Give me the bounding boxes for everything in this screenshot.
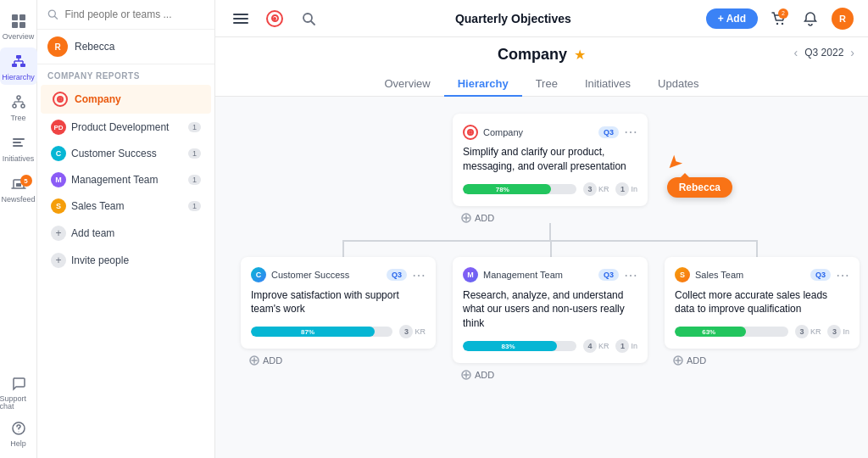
quarter-nav: ‹ Q3 2022 ›: [794, 46, 854, 59]
cs-progress-label: 87%: [301, 328, 314, 336]
cs-card-menu[interactable]: ⋯: [412, 267, 426, 283]
mgmt-avatar: M: [463, 267, 478, 282]
cs-kr-circle: 3: [399, 325, 413, 338]
company-progress-label: 78%: [496, 185, 509, 193]
rebecca-tooltip-wrapper: Rebecca ➤: [667, 177, 732, 198]
search-bar: [37, 0, 214, 30]
nav-label-company: Company: [75, 93, 121, 105]
tooltip-arrow: [681, 173, 689, 177]
svg-rect-2: [12, 22, 18, 28]
mgmt-progress-row: 83% 4 KR 1 In: [463, 339, 637, 353]
sidebar-item-support[interactable]: Support chat: [0, 373, 37, 411]
company-in-circle: 1: [615, 182, 629, 196]
sidebar-item-overview[interactable]: Overview: [0, 7, 37, 44]
topbar: Quarterly Objectives + Add 2 R: [215, 0, 868, 37]
cs-add-label: ADD: [263, 355, 282, 366]
cs-add-row[interactable]: ADD: [249, 355, 436, 366]
tab-hierarchy[interactable]: Hierarchy: [444, 72, 522, 97]
sidebar-item-newsfeed[interactable]: 5 Newsfeed: [0, 170, 37, 207]
invite-people-link[interactable]: + Invite people: [41, 248, 211, 273]
sidebar-item-hierarchy[interactable]: Hierarchy: [0, 47, 37, 85]
list-icon[interactable]: [229, 7, 253, 31]
svg-rect-21: [16, 183, 21, 187]
mgmt-card: M Management Team Q3 ⋯ Research, analyze…: [453, 257, 648, 363]
plus-people-icon: +: [51, 253, 66, 268]
mgmt-add-icon: [461, 370, 471, 380]
team-icon-pd: PD: [51, 120, 66, 135]
mgmt-card-text: Research, analyze, and understand what o…: [463, 288, 637, 331]
quarter-label: Q3 2022: [804, 47, 843, 59]
cart-badge: 2: [778, 8, 788, 19]
sidebar-label-support: Support chat: [0, 395, 37, 411]
nav-item-cs[interactable]: C Customer Success 1: [41, 141, 211, 166]
connector-h-wrap: [249, 240, 851, 257]
search-input[interactable]: [64, 8, 204, 20]
count-sales: 1: [188, 201, 201, 211]
mgmt-card-header: M Management Team Q3 ⋯: [463, 267, 637, 283]
add-button[interactable]: + Add: [706, 8, 758, 29]
company-kr-circle: 3: [583, 182, 597, 196]
company-add-label: ADD: [475, 213, 494, 223]
mgmt-q3-badge: Q3: [598, 269, 619, 281]
nav-item-sales[interactable]: S Sales Team 1: [41, 193, 211, 219]
company-kr-count: 3 KR: [583, 182, 609, 196]
user-row: R Rebecca: [37, 30, 214, 64]
chat-icon: [8, 373, 29, 394]
cs-kr-label: KR: [415, 327, 426, 336]
svg-point-12: [13, 104, 16, 108]
team-icon-cs: C: [51, 146, 66, 161]
mgmt-add-row[interactable]: ADD: [461, 370, 648, 380]
sales-progress-row: 63% 3 KR 3 In: [675, 325, 849, 338]
company-card-menu[interactable]: ⋯: [624, 124, 637, 140]
cs-q3-badge: Q3: [387, 269, 407, 281]
sidebar-label-hierarchy: Hierarchy: [2, 74, 35, 81]
sales-team-name: Sales Team: [695, 270, 743, 280]
svg-line-25: [54, 16, 57, 19]
sidebar-item-initiatives[interactable]: Initiatives: [0, 129, 37, 166]
sales-card-menu[interactable]: ⋯: [836, 267, 849, 283]
prev-quarter-arrow[interactable]: ‹: [794, 46, 798, 59]
svg-rect-5: [12, 64, 17, 67]
svg-rect-4: [16, 55, 21, 59]
mgmt-card-menu[interactable]: ⋯: [624, 267, 637, 283]
target-nav-icon[interactable]: [263, 7, 287, 31]
nav-item-company[interactable]: Company: [41, 85, 211, 114]
sales-in-label: In: [843, 327, 849, 336]
mgmt-team-name: Management Team: [483, 270, 563, 280]
count-mgmt: 1: [188, 175, 201, 185]
sidebar-label-help: Help: [10, 440, 26, 448]
sales-kr: 3 KR: [795, 325, 821, 338]
star-icon[interactable]: ★: [574, 47, 586, 63]
tree-bottom-level: C Customer Success Q3 ⋯ Improve satisfac…: [241, 257, 860, 380]
tab-updates[interactable]: Updates: [644, 72, 712, 97]
sidebar-item-tree[interactable]: Tree: [0, 88, 37, 126]
cs-avatar: C: [251, 267, 266, 282]
next-quarter-arrow[interactable]: ›: [850, 46, 854, 59]
tab-initiatives[interactable]: Initiatives: [571, 72, 644, 97]
team-icon-sales: S: [51, 198, 66, 214]
cart-icon[interactable]: 2: [766, 7, 790, 31]
user-avatar-icon[interactable]: R: [831, 7, 854, 31]
sidebar-item-help[interactable]: Help: [0, 414, 37, 451]
tab-overview[interactable]: Overview: [370, 72, 443, 97]
sales-add-row[interactable]: ADD: [673, 355, 860, 366]
company-in-label: In: [631, 185, 637, 193]
svg-rect-1: [19, 14, 25, 20]
company-target-icon: [51, 90, 70, 109]
company-card-header: Company Q3 ⋯: [463, 124, 637, 140]
bell-icon[interactable]: [798, 7, 822, 31]
search-topbar-icon[interactable]: [297, 7, 320, 31]
cs-progress-bar: 87%: [251, 327, 392, 337]
nav-item-mgmt[interactable]: M Management Team 1: [41, 167, 211, 193]
company-title-row: Company ★: [498, 46, 586, 64]
company-add-row[interactable]: ADD: [461, 213, 648, 223]
svg-point-29: [782, 22, 783, 24]
main-area: Quarterly Objectives + Add 2 R: [215, 0, 868, 458]
mgmt-card-team: M Management Team: [463, 267, 563, 282]
tab-tree[interactable]: Tree: [522, 72, 571, 97]
sales-progress-label: 63%: [702, 328, 715, 336]
add-team-link[interactable]: + Add team: [41, 221, 211, 246]
topbar-right: + Add 2 R: [706, 7, 854, 31]
nav-item-product[interactable]: PD Product Development 1: [41, 114, 211, 140]
company-progress-row: 78% 3 KR 1 In: [463, 182, 637, 196]
